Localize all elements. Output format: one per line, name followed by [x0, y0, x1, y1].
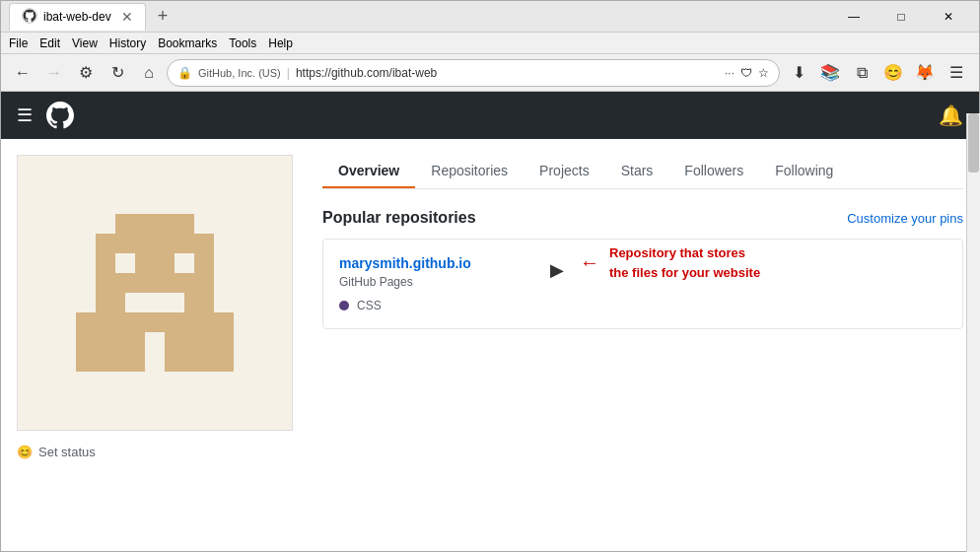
avatar-section: 😊 Set status: [17, 155, 303, 535]
section-title: Popular repositories: [322, 209, 476, 227]
menu-bar: File Edit View History Bookmarks Tools H…: [1, 33, 979, 54]
bookmark-icon[interactable]: ☆: [758, 66, 769, 80]
github-main-content: 😊 Set status Overview Repositories Proje…: [1, 139, 979, 551]
repo-name-link[interactable]: marysmith.github.io: [339, 255, 471, 271]
tab-repositories[interactable]: Repositories: [415, 155, 524, 188]
tab-projects[interactable]: Projects: [524, 155, 605, 188]
url-separator: |: [287, 66, 290, 80]
scrollbar[interactable]: [966, 113, 980, 552]
github-page: ☰ 🔔: [1, 92, 979, 551]
avatar-box: [17, 155, 293, 431]
minimize-button[interactable]: —: [831, 1, 876, 33]
menu-bookmarks[interactable]: Bookmarks: [158, 36, 217, 50]
svg-rect-10: [115, 332, 145, 372]
language-dot: [339, 301, 349, 310]
window-controls: — □ ✕: [831, 1, 971, 33]
tab-overview[interactable]: Overview: [322, 155, 415, 188]
svg-rect-2: [115, 214, 194, 234]
svg-rect-11: [165, 332, 194, 372]
tab-stars[interactable]: Stars: [605, 155, 669, 188]
home-button[interactable]: ⌂: [135, 59, 163, 87]
nav-right-icons: ⬇ 📚 ⧉ 😊 🦊 ☰: [784, 59, 971, 87]
tab-title: ibat-web-dev: [43, 10, 111, 24]
set-status-button[interactable]: 😊 Set status: [17, 441, 303, 463]
nav-bar: ← → ⚙ ↻ ⌂ 🔒 GitHub, Inc. (US) | https://…: [1, 54, 979, 92]
hamburger-icon[interactable]: ☰: [17, 104, 33, 126]
download-button[interactable]: ⬇: [784, 59, 813, 87]
menu-button[interactable]: ☰: [942, 59, 971, 87]
svg-rect-4: [115, 253, 135, 273]
menu-history[interactable]: History: [109, 36, 146, 50]
forward-button[interactable]: →: [40, 59, 68, 87]
url-text: https://github.com/ibat-web: [296, 66, 719, 80]
customize-pins-link[interactable]: Customize your pins: [847, 211, 963, 226]
maximize-button[interactable]: □: [878, 1, 924, 33]
settings-button[interactable]: ⚙: [72, 59, 100, 87]
menu-tools[interactable]: Tools: [229, 36, 256, 50]
address-bar[interactable]: 🔒 GitHub, Inc. (US) | https://github.com…: [167, 59, 780, 87]
firefox-button[interactable]: 🦊: [910, 59, 940, 87]
profile-content: Overview Repositories Projects Stars Fol…: [322, 155, 963, 535]
tab-followers[interactable]: Followers: [668, 155, 759, 188]
site-name: GitHub, Inc. (US): [198, 67, 281, 79]
menu-file[interactable]: File: [9, 36, 28, 50]
svg-rect-5: [175, 253, 194, 273]
profile-tabs: Overview Repositories Projects Stars Fol…: [322, 155, 963, 189]
notification-icon[interactable]: 🔔: [939, 104, 963, 127]
close-button[interactable]: ✕: [926, 1, 971, 33]
github-logo: [44, 100, 76, 131]
more-button[interactable]: ···: [725, 66, 735, 80]
tab-following[interactable]: Following: [759, 155, 849, 188]
new-tab-button[interactable]: +: [152, 6, 175, 27]
title-bar: ibat-web-dev ✕ + — □ ✕: [1, 1, 979, 33]
repo-card: marysmith.github.io ← Repository that st…: [322, 239, 963, 329]
set-status-label: Set status: [38, 445, 96, 459]
svg-rect-6: [125, 293, 184, 312]
section-header: Popular repositories Customize your pins: [322, 209, 963, 227]
reload-button[interactable]: ↻: [104, 59, 131, 87]
cursor-indicator: ▶: [550, 259, 564, 281]
menu-help[interactable]: Help: [268, 36, 293, 50]
language-label: CSS: [357, 299, 382, 312]
account-button[interactable]: 😊: [878, 59, 908, 87]
back-button[interactable]: ←: [9, 59, 36, 87]
menu-edit[interactable]: Edit: [39, 36, 60, 50]
tab-favicon: [22, 8, 37, 27]
title-bar-left: ibat-web-dev ✕ +: [9, 3, 827, 31]
svg-rect-9: [115, 312, 194, 332]
repo-meta: CSS: [339, 299, 946, 312]
tab-close-button[interactable]: ✕: [121, 9, 133, 25]
github-header-left: ☰: [17, 100, 76, 131]
annotation-arrow: ←: [580, 251, 599, 274]
library-button[interactable]: 📚: [815, 59, 845, 87]
emoji-icon: 😊: [17, 445, 33, 459]
sync-button[interactable]: ⧉: [847, 59, 876, 87]
lock-icon: 🔒: [177, 66, 192, 80]
browser-window: ibat-web-dev ✕ + — □ ✕ File Edit View Hi…: [0, 0, 980, 552]
menu-view[interactable]: View: [72, 36, 98, 50]
annotation-text: Repository that storesthe files for your…: [609, 243, 760, 282]
github-header: ☰ 🔔: [1, 92, 979, 139]
scrollbar-thumb[interactable]: [968, 113, 979, 172]
browser-tab[interactable]: ibat-web-dev ✕: [9, 3, 146, 31]
shield-icon: 🛡: [740, 66, 752, 80]
